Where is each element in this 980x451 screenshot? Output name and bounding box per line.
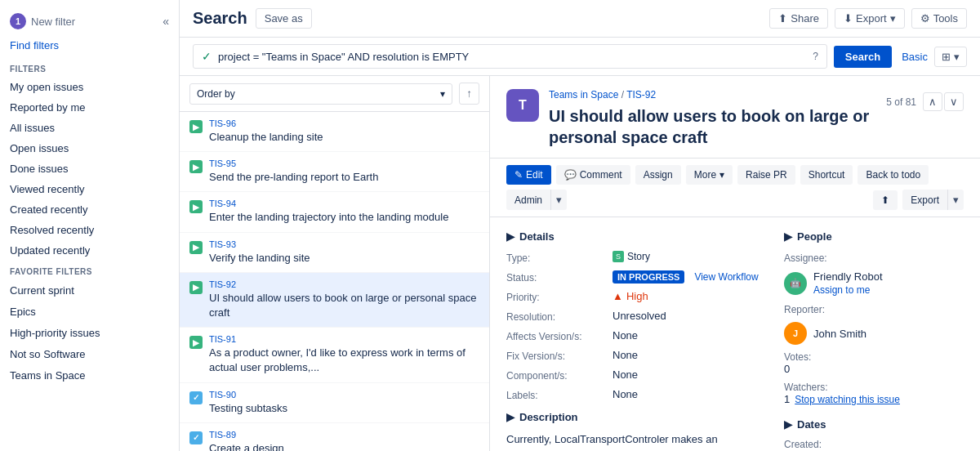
dates-section: ▶ Dates Created: 2 days ago 10:45 AM Upd… — [784, 418, 964, 451]
watchers-row: 1 Stop watching this issue — [784, 393, 964, 405]
priority-value: ▲ High — [612, 290, 648, 302]
new-filter-label: New filter — [31, 16, 75, 28]
save-as-button[interactable]: Save as — [256, 8, 312, 29]
nav-next-button[interactable]: ∨ — [944, 92, 964, 111]
edit-icon: ✎ — [514, 169, 523, 181]
more-chevron-icon: ▾ — [719, 169, 724, 181]
issue-summary: Verify the landing site — [209, 251, 479, 266]
view-toggle-button[interactable]: ⊞ ▾ — [934, 47, 967, 67]
sidebar-item-all-issues[interactable]: All issues — [0, 118, 179, 138]
labels-field: Labels: None — [506, 388, 764, 401]
sidebar-item-viewed-recently[interactable]: Viewed recently — [0, 179, 179, 199]
shortcut-button[interactable]: Shortcut — [800, 165, 853, 185]
collapse-sidebar-button[interactable]: « — [163, 15, 169, 28]
issue-key-link[interactable]: TIS-92 — [626, 89, 656, 100]
sidebar-item-current-sprint[interactable]: Current sprint ··· — [0, 279, 179, 301]
filters-section-label: FILTERS — [0, 58, 179, 77]
edit-label: Edit — [526, 169, 543, 181]
assignee-row: 🤖 Friendly Robot Assign to me — [784, 270, 964, 296]
dates-section-toggle[interactable]: ▶ Dates — [784, 418, 964, 431]
issue-list-item[interactable]: ▶ TIS-91 As a product owner, I'd like to… — [180, 328, 489, 382]
comment-button[interactable]: 💬 Comment — [556, 165, 630, 185]
watchers-section: Watchers: 1 Stop watching this issue — [784, 382, 964, 405]
assign-to-me-link[interactable]: Assign to me — [813, 284, 883, 296]
issue-list-item[interactable]: ▶ TIS-95 Send the pre-landing report to … — [180, 152, 489, 192]
nav-previous-button[interactable]: ∧ — [923, 92, 942, 111]
jql-input[interactable]: ✓ project = "Teams in Space" AND resolut… — [193, 44, 827, 69]
priority-label: Priority: — [506, 290, 612, 303]
order-by-select[interactable]: Order by ▾ — [189, 83, 452, 105]
sort-direction-button[interactable]: ↑ — [459, 83, 479, 105]
sidebar-item-resolved-recently[interactable]: Resolved recently — [0, 220, 179, 240]
basic-button[interactable]: Basic — [902, 51, 928, 63]
assign-button[interactable]: Assign — [635, 165, 681, 185]
reporter-field: Reporter: — [784, 302, 964, 315]
dates-arrow-icon: ▶ — [784, 418, 792, 431]
sidebar-item-done-issues[interactable]: Done issues — [0, 159, 179, 179]
people-section-toggle[interactable]: ▶ People — [784, 230, 964, 243]
issue-type-icon: ▶ — [189, 336, 203, 349]
issue-list-item[interactable]: ✓ TIS-89 Create a design — [180, 423, 489, 451]
search-button[interactable]: Search — [834, 46, 892, 68]
component-value: None — [612, 368, 638, 381]
details-section-toggle[interactable]: ▶ Details — [506, 230, 764, 243]
issue-list-item[interactable]: ✓ TIS-90 Testing subtasks — [180, 383, 489, 423]
issue-list-item[interactable]: ▶ TIS-93 Verify the landing site — [180, 233, 489, 273]
view-workflow-link[interactable]: View Workflow — [694, 271, 758, 283]
project-link[interactable]: Teams in Space — [549, 89, 618, 100]
project-avatar: T — [506, 89, 539, 122]
sidebar-item-epics[interactable]: Epics ··· — [0, 301, 179, 322]
sidebar-item-created-recently[interactable]: Created recently — [0, 199, 179, 220]
affects-version-value: None — [612, 329, 638, 342]
issue-content: TIS-93 Verify the landing site — [209, 239, 479, 266]
component-field: Component/s: None — [506, 368, 764, 382]
find-filters-link[interactable]: Find filters — [0, 39, 179, 58]
issue-content: TIS-91 As a product owner, I'd like to e… — [209, 334, 479, 375]
order-by-label: Order by — [197, 88, 235, 100]
type-value: S Story — [612, 251, 650, 262]
share-detail-button[interactable]: ⬆ — [873, 190, 898, 210]
export-detail-button[interactable]: Export — [902, 190, 947, 210]
export-button[interactable]: ⬇ Export ▾ — [835, 8, 905, 29]
tools-button[interactable]: ⚙ Tools — [911, 8, 967, 29]
votes-label: Votes: — [784, 351, 964, 363]
tools-label: Tools — [933, 12, 958, 25]
sidebar-item-open-issues[interactable]: Open issues — [0, 138, 179, 159]
more-button[interactable]: More ▾ — [686, 165, 733, 185]
sidebar-item-teams-in-space[interactable]: Teams in Space ··· — [0, 364, 179, 386]
share-button[interactable]: ⬆ Share — [769, 8, 828, 29]
issue-list-item[interactable]: ▶ TIS-94 Enter the landing trajectory in… — [180, 192, 489, 232]
issues-container: ▶ TIS-96 Cleanup the landing site ▶ TIS-… — [180, 112, 489, 451]
teams-in-space-label: Teams in Space — [10, 369, 159, 382]
affects-version-field: Affects Version/s: None — [506, 329, 764, 342]
jql-help-icon[interactable]: ? — [813, 51, 818, 62]
issue-summary: Send the pre-landing report to Earth — [209, 170, 479, 185]
sidebar-item-my-open[interactable]: My open issues — [0, 77, 179, 97]
detail-actions-bar: ✎ Edit 💬 Comment Assign More ▾ Raise PR … — [490, 159, 980, 217]
resolution-value: Unresolved — [612, 310, 666, 322]
back-to-todo-button[interactable]: Back to todo — [858, 165, 929, 185]
reported-by-me-label: Reported by me — [10, 101, 169, 114]
sidebar-item-updated-recently[interactable]: Updated recently — [0, 240, 179, 261]
viewed-recently-label: Viewed recently — [10, 183, 169, 195]
edit-button[interactable]: ✎ Edit — [506, 165, 551, 185]
assignee-avatar: 🤖 — [784, 272, 807, 295]
raise-pr-button[interactable]: Raise PR — [737, 165, 795, 185]
export-detail-dropdown-button[interactable]: ▾ — [947, 190, 964, 210]
stop-watching-link[interactable]: Stop watching this issue — [795, 394, 900, 405]
issue-content: TIS-89 Create a design — [209, 430, 479, 451]
sidebar-item-not-so-software[interactable]: Not so Software ··· — [0, 343, 179, 364]
admin-button[interactable]: Admin — [506, 190, 550, 210]
labels-value: None — [612, 388, 638, 400]
new-filter-button[interactable]: 1 New filter — [10, 13, 75, 29]
sidebar-item-high-priority[interactable]: High-priority issues ··· — [0, 322, 179, 343]
detail-title: UI should allow users to book on large o… — [549, 105, 886, 148]
description-section-toggle[interactable]: ▶ Description — [506, 411, 764, 423]
current-sprint-label: Current sprint — [10, 284, 159, 297]
favorite-filters-section-label: FAVORITE FILTERS — [0, 261, 179, 279]
issue-list-item[interactable]: ▶ TIS-96 Cleanup the landing site — [180, 112, 489, 152]
admin-dropdown-button[interactable]: ▾ — [550, 190, 567, 210]
sidebar-item-reported-by-me[interactable]: Reported by me — [0, 97, 179, 118]
nav-count: 5 of 81 — [886, 96, 916, 108]
issue-list-item[interactable]: ▶ TIS-92 UI should allow users to book o… — [180, 273, 489, 328]
